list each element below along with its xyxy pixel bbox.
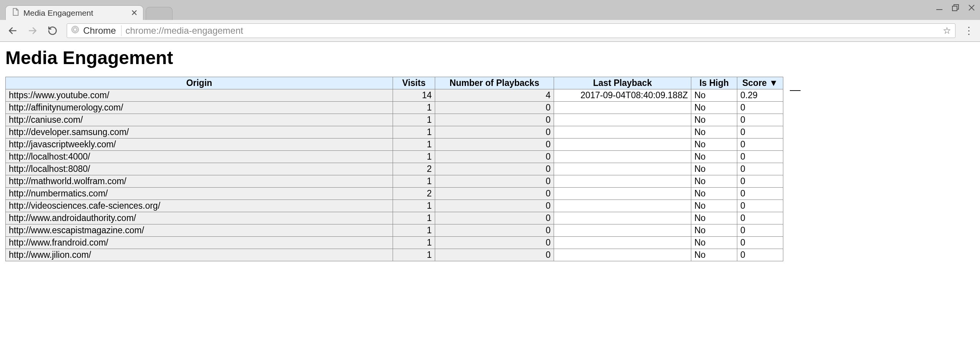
table-header-row: Origin Visits Number of Playbacks Last P… (6, 77, 783, 89)
table-row: http://videosciences.cafe-sciences.org/1… (6, 200, 783, 212)
cell-high: No (691, 126, 737, 139)
cell-visits: 1 (393, 139, 435, 151)
omnibox-scheme: Chrome (71, 25, 122, 36)
table-row: http://mathworld.wolfram.com/10No0 (6, 175, 783, 188)
cell-score: 0 (737, 212, 783, 224)
cell-origin: http://affinitynumerology.com/ (6, 102, 393, 114)
bookmark-star-icon[interactable]: ☆ (943, 25, 951, 36)
maximize-icon[interactable] (952, 4, 959, 12)
cell-visits: 2 (393, 188, 435, 200)
cell-visits: 1 (393, 102, 435, 114)
cell-last (554, 151, 691, 163)
toolbar: Chrome chrome://media-engagement ☆ ⋮ (0, 20, 980, 41)
cell-last (554, 175, 691, 188)
cell-origin: http://caniuse.com/ (6, 114, 393, 126)
cell-origin: http://videosciences.cafe-sciences.org/ (6, 200, 393, 212)
cell-high: No (691, 200, 737, 212)
cell-last (554, 237, 691, 249)
th-playbacks[interactable]: Number of Playbacks (435, 77, 554, 89)
cell-last (554, 163, 691, 175)
cell-origin: http://www.escapistmagazine.com/ (6, 224, 393, 237)
cell-last (554, 114, 691, 126)
cell-playbacks: 0 (435, 126, 554, 139)
cell-playbacks: 0 (435, 163, 554, 175)
table-row: http://developer.samsung.com/10No0 (6, 126, 783, 139)
svg-rect-2 (952, 6, 957, 11)
page: Media Engagement Origin Visits Number of… (0, 42, 980, 267)
reload-button[interactable] (47, 26, 58, 36)
cell-last (554, 102, 691, 114)
cell-high: No (691, 212, 737, 224)
kebab-menu-icon[interactable]: ⋮ (964, 25, 973, 37)
minimize-icon[interactable] (936, 4, 943, 12)
cell-visits: 1 (393, 200, 435, 212)
page-icon (11, 8, 20, 18)
cell-playbacks: 0 (435, 212, 554, 224)
cell-score: 0 (737, 175, 783, 188)
chrome-logo-icon (71, 25, 79, 36)
cell-high: No (691, 139, 737, 151)
back-button[interactable] (7, 26, 18, 36)
cell-score: 0 (737, 188, 783, 200)
cell-visits: 14 (393, 89, 435, 102)
cell-playbacks: 0 (435, 102, 554, 114)
tab-close-icon[interactable]: ✕ (131, 9, 138, 17)
cell-high: No (691, 188, 737, 200)
table-row: http://javascriptweekly.com/10No0 (6, 139, 783, 151)
cell-visits: 1 (393, 249, 435, 261)
cell-visits: 1 (393, 212, 435, 224)
cell-origin: http://numbermatics.com/ (6, 188, 393, 200)
cell-last (554, 212, 691, 224)
table-row: https://www.youtube.com/1442017-09-04T08… (6, 89, 783, 102)
cell-origin: http://www.frandroid.com/ (6, 237, 393, 249)
cell-playbacks: 0 (435, 114, 554, 126)
th-visits[interactable]: Visits (393, 77, 435, 89)
cell-score: 0 (737, 139, 783, 151)
cell-last (554, 139, 691, 151)
cell-visits: 2 (393, 163, 435, 175)
tab-strip: Media Engagement ✕ (0, 0, 980, 20)
cell-last (554, 249, 691, 261)
cell-score: 0 (737, 163, 783, 175)
cell-playbacks: 0 (435, 139, 554, 151)
cell-visits: 1 (393, 237, 435, 249)
forward-button[interactable] (27, 26, 38, 36)
cell-origin: http://developer.samsung.com/ (6, 126, 393, 139)
cell-last (554, 200, 691, 212)
cell-last: 2017-09-04T08:40:09.188Z (554, 89, 691, 102)
table-row: http://localhost:4000/10No0 (6, 151, 783, 163)
cell-high: No (691, 114, 737, 126)
cell-playbacks: 0 (435, 224, 554, 237)
th-origin[interactable]: Origin (6, 77, 393, 89)
cell-score: 0 (737, 114, 783, 126)
cell-visits: 1 (393, 175, 435, 188)
new-tab-button[interactable] (146, 7, 173, 20)
cell-visits: 1 (393, 151, 435, 163)
tab-active[interactable]: Media Engagement ✕ (5, 5, 143, 20)
th-last[interactable]: Last Playback (554, 77, 691, 89)
cell-visits: 1 (393, 224, 435, 237)
horizontal-mark-icon: — (790, 84, 801, 96)
cell-last (554, 224, 691, 237)
table-row: http://affinitynumerology.com/10No0 (6, 102, 783, 114)
cell-playbacks: 0 (435, 237, 554, 249)
cell-visits: 1 (393, 114, 435, 126)
cell-score: 0 (737, 224, 783, 237)
cell-playbacks: 0 (435, 200, 554, 212)
table-row: http://numbermatics.com/20No0 (6, 188, 783, 200)
th-high[interactable]: Is High (691, 77, 737, 89)
cell-score: 0 (737, 151, 783, 163)
cell-origin: http://localhost:8080/ (6, 163, 393, 175)
cell-high: No (691, 224, 737, 237)
cell-last (554, 126, 691, 139)
cell-high: No (691, 163, 737, 175)
close-icon[interactable] (968, 4, 975, 12)
omnibox[interactable]: Chrome chrome://media-engagement ☆ (67, 23, 955, 38)
cell-high: No (691, 89, 737, 102)
th-score[interactable]: Score ▼ (737, 77, 783, 89)
cell-origin: http://javascriptweekly.com/ (6, 139, 393, 151)
table-row: http://www.androidauthority.com/10No0 (6, 212, 783, 224)
cell-high: No (691, 102, 737, 114)
cell-score: 0.29 (737, 89, 783, 102)
cell-high: No (691, 237, 737, 249)
